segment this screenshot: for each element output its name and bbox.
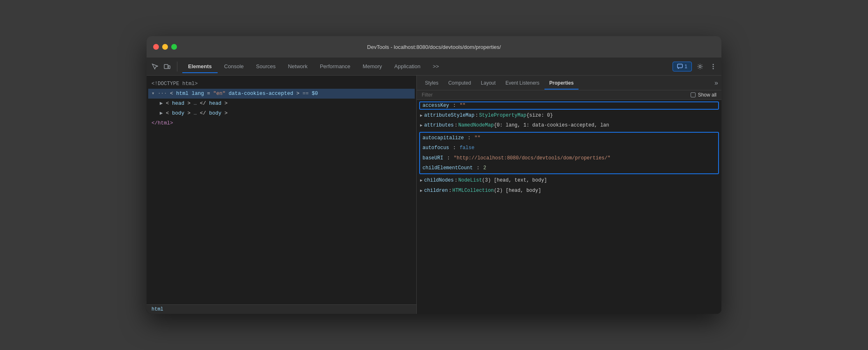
svg-point-6 bbox=[713, 68, 714, 69]
svg-point-4 bbox=[713, 64, 714, 65]
prop-row-children: ▶ children : HTMLCollection (2) [head, b… bbox=[417, 186, 721, 196]
svg-rect-0 bbox=[164, 64, 168, 69]
svg-point-5 bbox=[713, 66, 714, 67]
tab-more[interactable]: >> bbox=[427, 60, 445, 73]
tab-memory[interactable]: Memory bbox=[357, 60, 388, 73]
feedback-button[interactable]: 1 bbox=[673, 62, 692, 71]
title-bar: DevTools - localhost:8080/docs/devtools/… bbox=[147, 36, 721, 58]
svg-rect-1 bbox=[168, 66, 170, 69]
maximize-button[interactable] bbox=[171, 44, 177, 50]
tab-elements[interactable]: Elements bbox=[182, 60, 218, 73]
breadcrumb: html bbox=[147, 304, 416, 314]
close-button[interactable] bbox=[153, 44, 159, 50]
minimize-button[interactable] bbox=[162, 44, 168, 50]
prop-row-attributes: ▶ attributes : NamedNodeMap {0: lang, 1:… bbox=[417, 120, 721, 130]
sub-tabs: Styles Computed Layout Event Listeners P… bbox=[417, 76, 721, 90]
expand-icon-children[interactable]: ▶ bbox=[420, 187, 423, 194]
sub-tab-layout[interactable]: Layout bbox=[476, 77, 501, 89]
window-title: DevTools - localhost:8080/docs/devtools/… bbox=[367, 44, 501, 50]
expand-icon-childnodes[interactable]: ▶ bbox=[420, 177, 423, 184]
device-toggle-icon[interactable] bbox=[162, 62, 172, 71]
expand-arrow[interactable]: ▾ bbox=[152, 91, 155, 97]
toolbar-icons bbox=[150, 62, 177, 71]
sub-tab-event-listeners[interactable]: Event Listeners bbox=[501, 77, 544, 89]
sub-tab-properties[interactable]: Properties bbox=[544, 77, 579, 89]
prop-row-baseuri: baseURI : "http://localhost:8080/docs/de… bbox=[420, 153, 718, 163]
sub-tab-styles[interactable]: Styles bbox=[420, 77, 443, 89]
expand-icon-attributes[interactable]: ▶ bbox=[420, 122, 423, 129]
settings-icon[interactable] bbox=[695, 62, 705, 71]
tab-performance[interactable]: Performance bbox=[314, 60, 356, 73]
sub-tabs-more-icon[interactable]: » bbox=[714, 79, 718, 87]
prop-row-accesskey-highlighted: accessKey : "" bbox=[419, 101, 719, 110]
devtools-toolbar: Elements Console Sources Network Perform… bbox=[147, 58, 721, 76]
more-options-icon[interactable] bbox=[708, 62, 718, 71]
properties-panel: Styles Computed Layout Event Listeners P… bbox=[417, 76, 721, 314]
tab-application[interactable]: Application bbox=[388, 60, 426, 73]
expand-icon-attributestylemap[interactable]: ▶ bbox=[420, 112, 423, 119]
devtools-window: DevTools - localhost:8080/docs/devtools/… bbox=[147, 36, 721, 314]
elements-content: <!DOCTYPE html> ▾ ··· < html lang = "en"… bbox=[147, 76, 416, 304]
dom-doctype: <!DOCTYPE html> bbox=[148, 79, 415, 89]
prop-row-attributestylemap: ▶ attributeStyleMap : StylePropertyMap {… bbox=[417, 111, 721, 120]
dom-html-close: </html> bbox=[148, 118, 415, 128]
show-all-container: Show all bbox=[691, 92, 716, 98]
filter-input[interactable] bbox=[422, 92, 687, 98]
dom-body[interactable]: ▶ < body > … </ body > bbox=[148, 108, 415, 118]
dom-html-element[interactable]: ▾ ··· < html lang = "en" data-cookies-ac… bbox=[148, 89, 415, 99]
filter-bar: Show all bbox=[417, 90, 721, 100]
expand-arrow-head[interactable]: ▶ bbox=[160, 101, 163, 106]
toolbar-right: 1 bbox=[673, 62, 718, 71]
prop-row-autocapitalize: autocapitalize : "" bbox=[420, 133, 718, 143]
svg-rect-2 bbox=[677, 64, 682, 68]
prop-row-childelementcount: childElementCount : 2 bbox=[420, 163, 718, 173]
tab-sources[interactable]: Sources bbox=[250, 60, 282, 73]
dom-head[interactable]: ▶ < head > … </ head > bbox=[148, 99, 415, 108]
content-area: <!DOCTYPE html> ▾ ··· < html lang = "en"… bbox=[147, 76, 721, 314]
prop-row-childnodes: ▶ childNodes : NodeList (3) [head, text,… bbox=[417, 175, 721, 185]
main-tabs: Elements Console Sources Network Perform… bbox=[182, 60, 673, 73]
traffic-lights bbox=[153, 44, 177, 50]
prop-group-box: autocapitalize : "" autofocus : false ba… bbox=[419, 132, 719, 175]
properties-content: accessKey : "" ▶ attributeStyleMap : Sty… bbox=[417, 100, 721, 314]
svg-point-3 bbox=[699, 65, 701, 67]
show-all-checkbox[interactable] bbox=[691, 92, 696, 97]
tab-network[interactable]: Network bbox=[282, 60, 313, 73]
prop-row-autofocus: autofocus : false bbox=[420, 143, 718, 153]
sub-tab-computed[interactable]: Computed bbox=[443, 77, 476, 89]
tab-console[interactable]: Console bbox=[218, 60, 250, 73]
elements-panel: <!DOCTYPE html> ▾ ··· < html lang = "en"… bbox=[147, 76, 417, 314]
expand-arrow-body[interactable]: ▶ bbox=[160, 111, 163, 116]
inspect-icon[interactable] bbox=[150, 62, 160, 71]
